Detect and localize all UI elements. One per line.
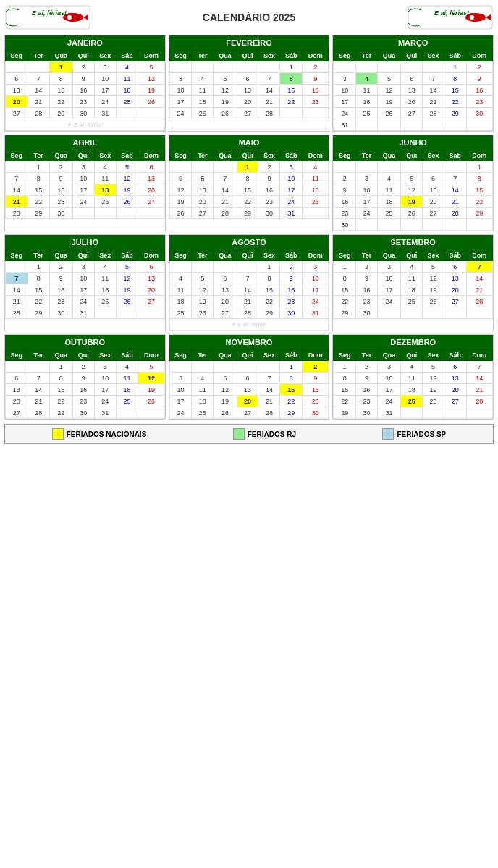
day-cell [116,407,138,419]
day-cell: 8 [444,73,467,85]
day-header-dom: Dom [138,51,164,61]
day-cell: 11 [377,184,400,196]
day-cell: 25 [192,108,214,119]
day-cell [214,161,237,173]
week-row: 16171819202122 [334,196,493,208]
day-cell: 4 [116,361,138,373]
day-cell [72,208,94,219]
day-header-qui: Qui [237,350,258,361]
day-cell: 30 [72,407,94,419]
logo-right: E aí, férias! [407,4,494,30]
legend-rj-box [233,428,245,440]
week-row: 24252627282930 [334,108,493,119]
day-header-ter: Ter [28,150,49,161]
day-cell: 27 [401,108,423,119]
day-header-sáb: Sáb [444,150,467,161]
month-header: ABRIL [5,135,165,150]
week-row: 10111213141516 [169,384,329,396]
day-header-ter: Ter [28,51,49,61]
week-row: 891011121314 [334,373,493,384]
day-cell: 15 [334,284,356,296]
day-cell: 4 [377,173,400,184]
day-cell [423,61,444,73]
day-cell [444,219,467,231]
day-cell: 1 [28,261,49,273]
day-cell: 7 [423,73,444,85]
day-cell: 17 [334,96,356,108]
day-cell: 22 [28,296,49,307]
day-cell: 13 [192,184,214,196]
day-cell: 22 [280,396,303,407]
day-header-sáb: Sáb [444,250,467,261]
week-row: 12 [334,61,493,73]
day-cell: 28 [6,307,28,319]
day-cell: 25 [94,296,116,307]
day-cell [334,61,356,73]
day-cell [356,61,378,73]
day-cell: 6 [138,261,164,273]
day-cell: 5 [116,261,138,273]
day-cell: 3 [280,161,303,173]
day-cell: 3 [72,161,94,173]
day-cell: 3 [94,61,116,73]
day-cell: 28 [258,407,280,419]
day-header-sex: Sex [423,51,444,61]
day-cell: 1 [49,361,72,373]
day-cell [6,361,28,373]
week-row: 17181920212223 [169,96,329,108]
day-header-ter: Ter [356,250,378,261]
day-cell: 25 [192,407,214,419]
month-grid: SegTerQuaQuiSexSábDom1234567891011121314… [333,150,493,231]
day-cell: 30 [258,208,280,219]
day-cell: 26 [116,196,138,208]
day-cell: 20 [444,284,467,296]
week-row: 293031 [334,407,493,419]
week-row: 3456789 [169,373,329,384]
day-header-qui: Qui [401,250,423,261]
week-row: 282930 [6,208,165,219]
day-cell: 18 [192,96,214,108]
day-cell: 28 [444,208,467,219]
day-cell: 28 [466,296,492,307]
day-cell [401,161,423,173]
month-janeiro: JANEIROSegTerQuaQuiSexSábDom123456789101… [4,35,166,132]
day-cell: 15 [334,384,356,396]
day-cell: 7 [6,173,28,184]
watermark: ✈ E aí, férias! [169,319,329,331]
legend-national-label: FERIADOS NACIONAIS [67,430,147,438]
day-cell: 14 [466,273,492,284]
day-cell [356,219,378,231]
day-cell: 26 [138,96,164,108]
day-header-ter: Ter [356,350,378,361]
day-header-qua: Qua [377,150,400,161]
day-cell: 18 [94,184,116,196]
week-row: 2728293031 [6,407,165,419]
day-cell [28,361,49,373]
day-header-ter: Ter [192,350,214,361]
day-cell: 29 [466,208,492,219]
legend-sp-box [382,428,394,440]
day-header-qua: Qua [214,250,237,261]
day-cell: 31 [72,307,94,319]
day-cell [258,361,280,373]
week-row: 10111213141516 [169,85,329,96]
day-cell: 23 [258,196,280,208]
day-cell: 2 [72,361,94,373]
day-cell: 7 [6,273,28,284]
day-cell: 4 [192,373,214,384]
day-header-seg: Seg [6,350,28,361]
day-cell [466,119,492,131]
day-cell: 29 [334,307,356,319]
month-dezembro: DEZEMBROSegTerQuaQuiSexSábDom12345678910… [332,334,494,420]
day-cell: 1 [334,361,356,373]
legend-sp-label: FERIADOS SP [397,430,446,438]
day-header-sáb: Sáb [116,150,138,161]
day-cell: 4 [94,161,116,173]
day-cell: 3 [169,373,192,384]
day-cell: 10 [94,373,116,384]
day-cell: 7 [28,73,49,85]
day-cell: 11 [94,173,116,184]
day-cell: 23 [72,396,94,407]
day-cell [6,61,28,73]
day-cell: 12 [423,273,444,284]
